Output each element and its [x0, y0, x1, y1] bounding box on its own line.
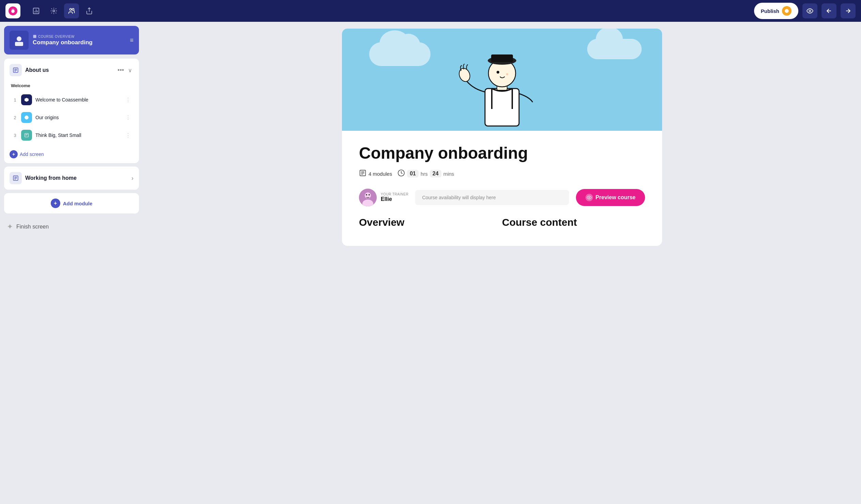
lesson-icon-3 [21, 130, 32, 141]
duration-meta: 01 hrs 24 mins [397, 169, 454, 178]
svg-point-1 [11, 10, 15, 13]
overview-section: Overview [359, 217, 502, 232]
trainer-row: YOUR TRAINER Ellie Course availability w… [359, 189, 645, 206]
trainer-name: Ellie [381, 196, 408, 202]
lesson-item-2[interactable]: 2 Our origins ⋮ [10, 109, 134, 126]
module-about-us-dots-btn[interactable]: ••• [116, 65, 125, 75]
module-about-us-title: About us [25, 67, 113, 73]
logo[interactable] [5, 3, 20, 18]
add-module-plus-icon: + [51, 199, 60, 208]
settings-icon [50, 7, 57, 15]
team-icon-btn[interactable] [64, 3, 79, 18]
hours-value: 01 [407, 170, 419, 177]
module-wfh-icon [10, 172, 22, 184]
course-thumbnail [10, 31, 29, 50]
cloud-right [587, 39, 642, 59]
hrs-label: hrs [421, 171, 428, 177]
course-header-info: COURSE OVERVIEW Company onboarding [33, 35, 126, 46]
main-layout: COURSE OVERVIEW Company onboarding ≡ Abo… [0, 22, 861, 504]
svg-point-4 [70, 9, 72, 11]
lesson-group-label: Welcome [10, 83, 134, 88]
content-area: Company onboarding 4 modules [143, 22, 861, 504]
svg-point-22 [457, 67, 472, 83]
share-icon-btn[interactable] [82, 3, 97, 18]
clock-icon [397, 169, 405, 178]
availability-box: Course availability will display here [415, 190, 569, 205]
lesson-num-3: 3 [12, 133, 18, 138]
svg-point-8 [17, 37, 22, 41]
add-screen-plus-icon: + [10, 150, 18, 158]
publish-button[interactable]: Publish [754, 3, 798, 19]
lesson-icon-2 [21, 112, 32, 123]
back-nav-btn[interactable] [821, 3, 836, 18]
preview-icon-btn[interactable] [803, 3, 817, 18]
preview-course-button[interactable]: Preview course [576, 189, 645, 206]
publish-label: Publish [761, 8, 779, 14]
mins-value: 24 [430, 170, 441, 177]
modules-icon [359, 169, 367, 178]
course-info: Company onboarding 4 modules [342, 131, 662, 217]
svg-point-5 [72, 9, 74, 11]
module-about-us-chevron-btn[interactable]: ∨ [127, 66, 134, 75]
svg-point-30 [589, 197, 590, 198]
share-icon [85, 7, 93, 15]
preview-course-label: Preview course [596, 194, 636, 201]
add-module-btn[interactable]: + Add module [4, 193, 139, 214]
analytics-icon-btn[interactable] [29, 3, 44, 18]
add-screen-btn[interactable]: + Add screen [4, 147, 139, 163]
lesson-dots-2[interactable]: ⋮ [125, 114, 131, 121]
course-overview-label: COURSE OVERVIEW [33, 35, 126, 39]
svg-point-28 [366, 194, 367, 195]
eye-icon [807, 8, 813, 14]
course-header-card[interactable]: COURSE OVERVIEW Company onboarding ≡ [4, 26, 139, 54]
publish-coin-icon [782, 6, 792, 16]
analytics-icon [32, 7, 40, 15]
lesson-title-3: Think Big, Start Small [36, 133, 122, 138]
trainer-info: YOUR TRAINER Ellie [359, 189, 408, 206]
sidebar-course-title: Company onboarding [33, 39, 126, 46]
overview-title: Overview [359, 217, 502, 228]
lesson-num-1: 1 [12, 97, 18, 103]
trainer-text: YOUR TRAINER Ellie [381, 192, 408, 202]
character-illustration [454, 41, 550, 131]
forward-nav-btn[interactable] [840, 3, 856, 18]
lesson-title-2: Our origins [36, 115, 122, 120]
module-working-from-home[interactable]: Working from home › [4, 166, 139, 190]
modules-meta: 4 modules [359, 169, 392, 178]
sidebar-menu-btn[interactable]: ≡ [130, 37, 134, 44]
hero-illustration [342, 29, 662, 131]
arrow-right-icon [845, 8, 851, 14]
lesson-item-3[interactable]: 3 Think Big, Start Small ⋮ [10, 126, 134, 144]
lesson-icon-1 [21, 94, 32, 105]
lesson-group-welcome: Welcome 1 Welcome to Coassemble ⋮ 2 [4, 83, 139, 147]
course-title: Company onboarding [359, 145, 645, 162]
arrow-left-icon [825, 8, 832, 14]
module-wfh-title: Working from home [25, 175, 128, 181]
lesson-dots-3[interactable]: ⋮ [125, 132, 131, 139]
svg-rect-9 [15, 42, 23, 46]
module-about-us: About us ••• ∨ Welcome 1 Welcome to Coas… [4, 58, 139, 163]
module-wfh-chevron-icon: › [132, 175, 134, 182]
sidebar: COURSE OVERVIEW Company onboarding ≡ Abo… [0, 22, 143, 504]
svg-rect-15 [485, 88, 519, 126]
svg-point-3 [53, 10, 55, 12]
add-module-label: Add module [63, 201, 93, 206]
modules-count: 4 modules [369, 171, 392, 177]
topbar: Publish [0, 0, 861, 22]
course-meta: 4 modules 01 hrs 24 mins [359, 169, 645, 178]
module-about-us-header[interactable]: About us ••• ∨ [4, 58, 139, 82]
lesson-title-1: Welcome to Coassemble [36, 97, 122, 103]
svg-point-20 [496, 71, 499, 73]
finish-screen-label: Finish screen [16, 224, 49, 230]
svg-point-7 [809, 10, 811, 12]
topbar-nav-icons [29, 3, 97, 18]
mins-label: mins [443, 171, 454, 177]
finish-screen-item[interactable]: ✦ Finish screen [4, 217, 139, 237]
trainer-label: YOUR TRAINER [381, 192, 408, 196]
team-icon [68, 7, 75, 15]
settings-icon-btn[interactable] [46, 3, 61, 18]
lesson-item-1[interactable]: 1 Welcome to Coassemble ⋮ [10, 91, 134, 109]
lesson-dots-1[interactable]: ⋮ [125, 97, 131, 103]
svg-point-29 [369, 194, 370, 195]
lesson-num-2: 2 [12, 115, 18, 120]
